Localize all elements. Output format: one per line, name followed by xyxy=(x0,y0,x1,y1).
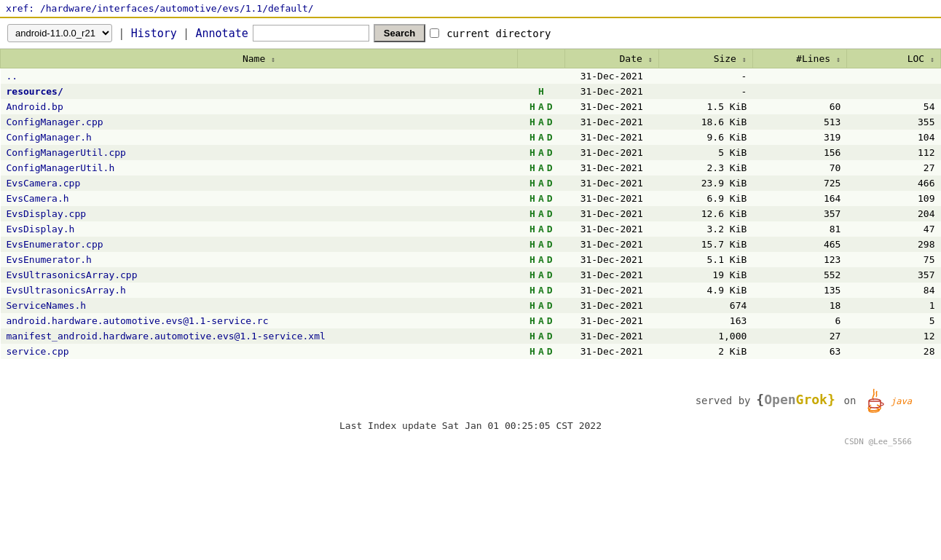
had-cell: HAD xyxy=(518,99,565,114)
file-name-link[interactable]: EvsCamera.cpp xyxy=(7,178,81,189)
file-name-link[interactable]: EvsUltrasonicsArray.h xyxy=(7,285,126,296)
file-name-link[interactable]: EvsEnumerator.cpp xyxy=(7,239,103,250)
had-link-a[interactable]: A xyxy=(538,147,544,158)
had-link-d[interactable]: D xyxy=(547,346,553,357)
path-text: xref: /hardware/interfaces/automotive/ev… xyxy=(6,3,314,14)
file-name-link[interactable]: EvsDisplay.cpp xyxy=(7,208,87,219)
search-input[interactable] xyxy=(253,25,369,42)
had-link-a[interactable]: A xyxy=(538,331,544,342)
table-row: manifest_android.hardware.automotive.evs… xyxy=(1,328,941,344)
had-link-a[interactable]: A xyxy=(538,285,544,296)
had-link-h[interactable]: H xyxy=(529,315,535,326)
had-link-a[interactable]: A xyxy=(538,346,544,357)
had-link-a[interactable]: A xyxy=(538,224,544,234)
had-link-a[interactable]: A xyxy=(538,117,544,127)
sort-arrow-date: ⇕ xyxy=(648,55,653,63)
had-link-d[interactable]: D xyxy=(547,239,553,250)
loc-cell: 298 xyxy=(846,237,940,252)
file-name-cell: manifest_android.hardware.automotive.evs… xyxy=(1,328,518,344)
file-name-link[interactable]: ConfigManagerUtil.cpp xyxy=(7,147,126,158)
had-link-d[interactable]: D xyxy=(547,254,553,265)
loc-cell: 204 xyxy=(846,206,940,221)
had-link-d[interactable]: D xyxy=(547,269,553,280)
had-link-h[interactable]: H xyxy=(529,147,535,158)
version-select[interactable]: android-11.0.0_r21 android-11.0.0_r20 an… xyxy=(7,24,112,42)
had-link-a[interactable]: A xyxy=(538,101,544,112)
file-name-link[interactable]: .. xyxy=(7,71,18,82)
had-link-h[interactable]: H xyxy=(529,193,535,204)
had-link-d[interactable]: D xyxy=(547,208,553,219)
had-link-h[interactable]: H xyxy=(529,269,535,280)
file-name-link[interactable]: service.cpp xyxy=(7,346,69,357)
had-link-d[interactable]: D xyxy=(547,178,553,189)
file-name-cell: android.hardware.automotive.evs@1.1-serv… xyxy=(1,313,518,328)
col-loc[interactable]: LOC ⇕ xyxy=(846,50,940,68)
had-link-d[interactable]: D xyxy=(547,285,553,296)
had-link-d[interactable]: D xyxy=(547,331,553,342)
had-link-a[interactable]: A xyxy=(538,178,544,189)
had-link-h[interactable]: H xyxy=(529,132,535,143)
had-link-h[interactable]: H xyxy=(529,208,535,219)
file-name-link[interactable]: EvsDisplay.h xyxy=(7,224,75,234)
had-link-a[interactable]: A xyxy=(538,300,544,311)
loc-cell xyxy=(846,84,940,99)
file-name-cell: EvsDisplay.cpp xyxy=(1,206,518,221)
size-cell: 5.1 KiB xyxy=(658,252,752,267)
had-link-d[interactable]: D xyxy=(547,315,553,326)
search-button[interactable]: Search xyxy=(374,24,425,42)
lines-cell: 81 xyxy=(752,221,846,237)
served-by-text: served by xyxy=(696,395,751,406)
had-link-d[interactable]: D xyxy=(547,300,553,311)
col-date[interactable]: Date ⇕ xyxy=(564,50,658,68)
had-link-a[interactable]: A xyxy=(538,208,544,219)
had-link-h[interactable]: H xyxy=(529,239,535,250)
history-link[interactable]: History xyxy=(131,27,177,40)
had-link-h[interactable]: H xyxy=(529,346,535,357)
had-link-d[interactable]: D xyxy=(547,147,553,158)
file-name-link[interactable]: ConfigManagerUtil.h xyxy=(7,162,115,173)
had-link-d[interactable]: D xyxy=(547,224,553,234)
had-link-a[interactable]: A xyxy=(538,132,544,143)
had-link-h[interactable]: H xyxy=(529,117,535,127)
file-name-link[interactable]: ConfigManager.cpp xyxy=(7,117,103,127)
had-link-h[interactable]: H xyxy=(529,331,535,342)
col-name[interactable]: Name ⇕ xyxy=(1,50,518,68)
had-link-h[interactable]: H xyxy=(529,224,535,234)
file-name-link[interactable]: manifest_android.hardware.automotive.evs… xyxy=(7,331,326,342)
had-link-h[interactable]: H xyxy=(529,101,535,112)
had-link-d[interactable]: D xyxy=(547,193,553,204)
had-link-d[interactable]: D xyxy=(547,162,553,173)
table-row: android.hardware.automotive.evs@1.1-serv… xyxy=(1,313,941,328)
file-name-link[interactable]: ServiceNames.h xyxy=(7,300,87,311)
size-cell: 6.9 KiB xyxy=(658,191,752,206)
had-link-a[interactable]: A xyxy=(538,315,544,326)
annotate-link[interactable]: Annotate xyxy=(196,27,248,40)
current-directory-checkbox[interactable] xyxy=(430,28,439,38)
file-name-link[interactable]: EvsCamera.h xyxy=(7,193,69,204)
file-name-link[interactable]: android.hardware.automotive.evs@1.1-serv… xyxy=(7,315,269,326)
file-name-link[interactable]: resources/ xyxy=(7,86,63,97)
had-link-a[interactable]: A xyxy=(538,193,544,204)
col-lines[interactable]: #Lines ⇕ xyxy=(752,50,846,68)
had-link-d[interactable]: D xyxy=(547,117,553,127)
col-size[interactable]: Size ⇕ xyxy=(658,50,752,68)
had-link-h[interactable]: H xyxy=(529,254,535,265)
had-link-h[interactable]: H xyxy=(529,285,535,296)
had-link-a[interactable]: A xyxy=(538,269,544,280)
had-link-h[interactable]: H xyxy=(529,162,535,173)
lines-cell: 156 xyxy=(752,145,846,160)
had-link-h[interactable]: H xyxy=(538,86,544,97)
date-cell: 31-Dec-2021 xyxy=(564,283,658,298)
had-link-h[interactable]: H xyxy=(529,300,535,311)
file-name-link[interactable]: EvsUltrasonicsArray.cpp xyxy=(7,269,138,280)
had-link-a[interactable]: A xyxy=(538,254,544,265)
had-link-h[interactable]: H xyxy=(529,178,535,189)
size-cell: 1,000 xyxy=(658,328,752,344)
file-name-link[interactable]: ConfigManager.h xyxy=(7,132,92,143)
had-link-a[interactable]: A xyxy=(538,162,544,173)
had-link-d[interactable]: D xyxy=(547,132,553,143)
file-name-link[interactable]: EvsEnumerator.h xyxy=(7,254,92,265)
had-link-d[interactable]: D xyxy=(547,101,553,112)
file-name-link[interactable]: Android.bp xyxy=(7,101,63,112)
had-link-a[interactable]: A xyxy=(538,239,544,250)
